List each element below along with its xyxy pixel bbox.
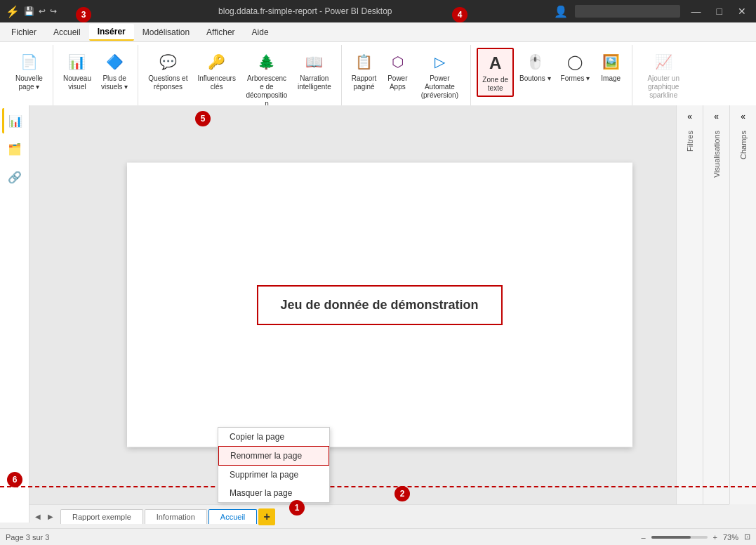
visualisations-collapse-btn[interactable]: « <box>706 108 727 125</box>
ribbon-btn-power-automate[interactable]: ▷ Power Automate(préversion) <box>414 48 465 103</box>
narration-label: Narrationintelligente <box>298 74 331 91</box>
ribbon-btn-sparkline[interactable]: 📈 Ajouter un graphiquesparkline <box>638 48 689 103</box>
tab-information[interactable]: Information <box>145 509 207 524</box>
status-right: – + 73% ⊡ <box>641 532 750 541</box>
sparkline-label: Ajouter un graphiquesparkline <box>642 74 684 100</box>
nouveau-visuel-icon: 📊 <box>66 51 88 73</box>
ribbon-btn-zone-texte[interactable]: A Zone detexte <box>477 48 514 97</box>
zoom-plus-btn[interactable]: + <box>713 533 717 541</box>
zone-texte-icon: A <box>484 52 507 74</box>
ribbon-group-visuels-items: 📊 Nouveauvisuel 🔷 Plus devisuels ▾ <box>59 45 132 114</box>
close-button[interactable]: ✕ <box>734 4 750 18</box>
champs-label[interactable]: Champs <box>739 125 748 165</box>
tab-add-button[interactable]: + <box>258 508 275 525</box>
context-menu-renommer[interactable]: Renommer la page <box>218 446 329 466</box>
badge-4: 4 <box>452 7 467 22</box>
ribbon-btn-nouvelle-page[interactable]: 📄 Nouvellepage ▾ <box>11 48 47 94</box>
plus-visuels-icon: 🔷 <box>103 51 126 73</box>
undo-icon[interactable]: ↩ <box>39 6 46 16</box>
plus-visuels-label: Plus devisuels ▾ <box>101 74 128 91</box>
ribbon-btn-qa[interactable]: 💬 Questions etréponses <box>144 48 192 94</box>
image-label: Image <box>601 74 621 83</box>
filtres-collapse-btn[interactable]: « <box>679 108 701 125</box>
badge-3: 3 <box>76 7 91 22</box>
left-panel-data-btn[interactable]: 🗂️ <box>2 136 27 162</box>
menu-modelisation[interactable]: Modélisation <box>134 25 198 40</box>
minimize-button[interactable]: — <box>687 4 705 18</box>
context-menu-supprimer[interactable]: Supprimer la page <box>218 466 329 484</box>
save-icon[interactable]: 💾 <box>24 6 34 16</box>
power-automate-label: Power Automate(préversion) <box>418 74 460 100</box>
visualisations-panel: « Visualisations <box>703 105 729 504</box>
tab-nav-left[interactable]: ◀ <box>32 511 44 523</box>
left-panel-model-btn[interactable]: 🔗 <box>2 164 27 190</box>
menu-inserer[interactable]: Insérer <box>89 24 134 41</box>
canvas-area: Jeu de donnée de démonstration <box>29 105 729 504</box>
menu-afficher[interactable]: Afficher <box>198 25 243 40</box>
ribbon-btn-boutons[interactable]: 🖱️ Boutons ▾ <box>515 48 555 86</box>
ribbon-btn-nouveau-visuel[interactable]: 📊 Nouveauvisuel <box>59 48 95 94</box>
ribbon-group-ia-items: 💬 Questions etréponses 🔑 Influenceursclé… <box>144 45 335 114</box>
menu-aide[interactable]: Aide <box>244 25 277 40</box>
context-menu-masquer[interactable]: Masquer la page <box>218 484 329 502</box>
right-panel: « Filtres « Visualisations « Champs <box>676 105 756 504</box>
fit-page-btn[interactable]: ⊡ <box>744 532 750 541</box>
tab-nav-arrows: ◀ ▶ <box>32 511 56 523</box>
ribbon-btn-narration[interactable]: 📖 Narrationintelligente <box>293 48 336 94</box>
canvas-page: Jeu de donnée de démonstration <box>127 163 632 447</box>
tab-nav-right[interactable]: ▶ <box>45 511 56 523</box>
badge-5: 5 <box>195 111 211 126</box>
visualisations-label[interactable]: Visualisations <box>712 125 721 183</box>
ribbon-group-elements-items: A Zone detexte 🖱️ Boutons ▾ ◯ Formes ▾ 🖼… <box>477 45 626 114</box>
tab-rapport-exemple[interactable]: Rapport exemple <box>60 509 143 524</box>
zoom-slider-fill <box>651 536 691 539</box>
ribbon-btn-influenceurs[interactable]: 🔑 Influenceursclés <box>193 48 239 94</box>
context-menu: Copier la page Renommer la page Supprime… <box>218 427 330 503</box>
rapport-pagine-label: Rapportpaginé <box>352 74 377 91</box>
influenceurs-label: Influenceursclés <box>197 74 235 91</box>
zoom-slider[interactable] <box>651 536 708 539</box>
title-bar-title: blog.ddata.fr-simple-report - Power BI D… <box>57 6 554 16</box>
champs-panel: « Champs <box>729 105 756 504</box>
dashed-annotation-line <box>0 486 756 487</box>
ribbon-btn-power-apps[interactable]: ⬡ PowerApps <box>382 48 413 94</box>
menu-accueil[interactable]: Accueil <box>45 25 89 40</box>
context-menu-copier[interactable]: Copier la page <box>218 428 329 446</box>
ribbon-btn-rapport-pagine[interactable]: 📋 Rapportpaginé <box>347 48 381 94</box>
power-apps-label: PowerApps <box>387 74 407 91</box>
badge-1: 1 <box>289 500 305 516</box>
ribbon-group-sparklines-items: 📈 Ajouter un graphiquesparkline <box>638 45 689 114</box>
tab-bar: ◀ ▶ Rapport exemple Information Accueil … <box>29 504 729 528</box>
qa-icon: 💬 <box>157 51 179 73</box>
qa-label: Questions etréponses <box>148 74 187 91</box>
narration-icon: 📖 <box>303 51 326 73</box>
ribbon-btn-image[interactable]: 🖼️ Image <box>595 48 626 86</box>
title-bar: ⚡ 💾 ↩ ↪ blog.ddata.fr-simple-report - Po… <box>0 0 756 22</box>
filtres-panel: « Filtres <box>676 105 703 504</box>
left-panel-report-btn[interactable]: 📊 <box>2 108 27 133</box>
search-bar[interactable] <box>575 5 680 18</box>
boutons-label: Boutons ▾ <box>519 74 550 83</box>
zoom-minus-btn[interactable]: – <box>641 533 645 541</box>
filtres-label[interactable]: Filtres <box>686 125 694 157</box>
redo-icon[interactable]: ↪ <box>50 6 57 16</box>
nouveau-visuel-label: Nouveauvisuel <box>63 74 91 91</box>
zoom-level: 73% <box>723 533 738 541</box>
champs-collapse-btn[interactable]: « <box>733 108 754 125</box>
ribbon-btn-plus-visuels[interactable]: 🔷 Plus devisuels ▾ <box>97 48 132 94</box>
boutons-icon: 🖱️ <box>524 51 546 73</box>
sparkline-icon: 📈 <box>652 51 675 73</box>
ribbon-btn-arborescence[interactable]: 🌲 Arborescence dedécomposition <box>241 48 292 111</box>
image-icon: 🖼️ <box>599 51 622 73</box>
menu-fichier[interactable]: Fichier <box>3 25 45 40</box>
status-bar: Page 3 sur 3 – + 73% ⊡ <box>0 528 756 545</box>
menu-bar: Fichier Accueil Insérer Modélisation Aff… <box>0 22 756 42</box>
maximize-button[interactable]: □ <box>712 4 727 18</box>
text-box[interactable]: Jeu de donnée de démonstration <box>256 285 502 325</box>
power-automate-icon: ▷ <box>428 51 451 73</box>
profile-icon[interactable]: 👤 <box>554 5 568 18</box>
influenceurs-icon: 🔑 <box>206 51 228 73</box>
ribbon-btn-formes[interactable]: ◯ Formes ▾ <box>557 48 595 86</box>
arborescence-icon: 🌲 <box>256 51 278 73</box>
tab-accueil[interactable]: Accueil <box>208 509 257 524</box>
